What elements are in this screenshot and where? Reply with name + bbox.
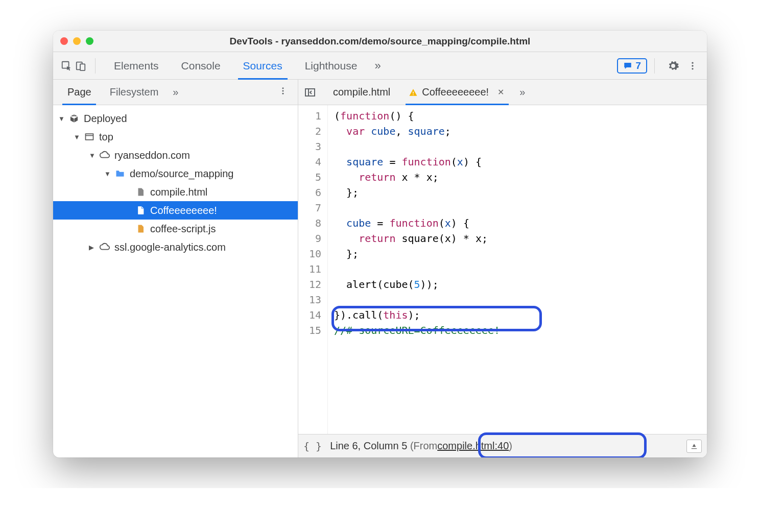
window-title: DevTools - ryanseddon.com/demo/source_ma…	[53, 36, 707, 47]
inspect-element-icon[interactable]	[59, 59, 74, 73]
editor-tab-label: Coffeeeeeeee!	[422, 86, 489, 98]
cloud-icon	[99, 150, 110, 161]
chevron-down-icon: ▼	[74, 133, 81, 141]
code-lines: (function() { var cube, square; square =…	[328, 105, 707, 434]
tree-label: Deployed	[84, 113, 127, 125]
tree-label: coffee-script.js	[150, 223, 216, 235]
svg-point-6	[282, 87, 284, 89]
cursor-position: Line 6, Column 5	[330, 440, 407, 452]
issues-count: 7	[635, 60, 641, 71]
close-tab-icon[interactable]: ✕	[496, 88, 505, 97]
file-icon	[135, 186, 146, 198]
svg-rect-2	[80, 64, 85, 70]
titlebar: DevTools - ryanseddon.com/demo/source_ma…	[53, 31, 707, 52]
navigator-sidebar: Page Filesystem » ▼ Deployed ▼ top	[53, 80, 298, 457]
editor-tab-compile[interactable]: compile.html	[324, 80, 399, 105]
line-gutter: 1 2 3 4 5 6 7 8 9 10 11 12 13 14 15	[298, 105, 328, 434]
tree-file-coffee[interactable]: Coffeeeeeeee!	[53, 201, 298, 220]
editor-area: compile.html Coffeeeeeeee! ✕ » 1 2 3 4 5…	[298, 80, 707, 457]
show-drawer-button[interactable]	[686, 440, 702, 453]
tree-label: demo/source_mapping	[130, 168, 233, 180]
tree-label: Coffeeeeeeee!	[150, 205, 217, 216]
warning-icon	[409, 88, 418, 97]
main-area: Page Filesystem » ▼ Deployed ▼ top	[53, 80, 707, 457]
source-link[interactable]: compile.html:40	[437, 440, 509, 452]
editor-tab-label: compile.html	[333, 86, 390, 98]
file-icon	[135, 205, 146, 216]
cube-icon	[68, 113, 80, 124]
frame-icon	[84, 131, 95, 142]
chevron-right-icon: ▶	[89, 244, 96, 251]
navigator-tab-filesystem[interactable]: Filesystem	[101, 80, 168, 105]
more-navigator-tabs[interactable]: »	[168, 86, 183, 98]
cloud-icon	[99, 241, 110, 253]
tree-label: compile.html	[150, 186, 207, 198]
folder-icon	[114, 168, 126, 179]
code-editor[interactable]: 1 2 3 4 5 6 7 8 9 10 11 12 13 14 15	[298, 105, 707, 434]
status-bar: { } Line 6, Column 5 (From compile.html:…	[298, 434, 707, 457]
navigator-tabs: Page Filesystem »	[53, 80, 298, 105]
file-js-icon	[135, 223, 146, 234]
tree-label: ssl.google-analytics.com	[114, 241, 226, 253]
tree-file-compile[interactable]: compile.html	[53, 183, 298, 201]
toggle-navigator-icon[interactable]	[301, 84, 319, 101]
svg-point-8	[282, 93, 284, 94]
tree-label: ryanseddon.com	[114, 150, 190, 161]
tree-domain-ryanseddon[interactable]: ▼ ryanseddon.com	[53, 146, 298, 164]
tree-domain-analytics[interactable]: ▶ ssl.google-analytics.com	[53, 238, 298, 256]
svg-point-4	[692, 65, 693, 66]
panel-tabs: Elements Console Sources Lighthouse	[103, 52, 368, 79]
tab-console[interactable]: Console	[170, 52, 232, 79]
svg-rect-13	[413, 91, 414, 93]
tree-top[interactable]: ▼ top	[53, 128, 298, 146]
pretty-print-button[interactable]: { }	[303, 440, 322, 452]
kebab-menu-icon[interactable]	[684, 58, 701, 74]
settings-icon[interactable]	[665, 58, 681, 74]
navigator-menu-icon[interactable]	[273, 86, 293, 98]
svg-point-5	[692, 68, 693, 69]
editor-tab-coffee[interactable]: Coffeeeeeeee! ✕	[399, 80, 514, 105]
device-toggle-icon[interactable]	[74, 59, 88, 73]
navigator-tab-page[interactable]: Page	[58, 80, 101, 105]
main-toolbar: Elements Console Sources Lighthouse » 7	[53, 52, 707, 80]
tab-lighthouse[interactable]: Lighthouse	[294, 52, 369, 79]
file-tree: ▼ Deployed ▼ top ▼ ryanseddon.com ▼	[53, 105, 298, 457]
separator	[654, 58, 655, 74]
more-tabs-chevron[interactable]: »	[368, 59, 387, 72]
separator	[95, 58, 96, 74]
svg-point-3	[692, 62, 693, 63]
tree-folder[interactable]: ▼ demo/source_mapping	[53, 164, 298, 183]
tree-label: top	[99, 131, 113, 143]
svg-point-7	[282, 90, 284, 92]
svg-rect-9	[86, 134, 93, 140]
editor-tabs: compile.html Coffeeeeeeee! ✕ »	[298, 80, 707, 105]
chevron-down-icon: ▼	[89, 152, 96, 159]
issues-badge[interactable]: 7	[617, 58, 647, 74]
tab-sources[interactable]: Sources	[232, 52, 294, 79]
message-icon	[623, 61, 632, 70]
more-editor-tabs[interactable]: »	[514, 86, 530, 98]
chevron-down-icon: ▼	[58, 115, 65, 123]
tree-deployed[interactable]: ▼ Deployed	[53, 109, 298, 128]
devtools-window: DevTools - ryanseddon.com/demo/source_ma…	[53, 31, 707, 457]
tab-elements[interactable]: Elements	[103, 52, 170, 79]
tree-file-coffeescript[interactable]: coffee-script.js	[53, 220, 298, 238]
svg-rect-14	[413, 94, 414, 95]
chevron-down-icon: ▼	[104, 170, 111, 178]
